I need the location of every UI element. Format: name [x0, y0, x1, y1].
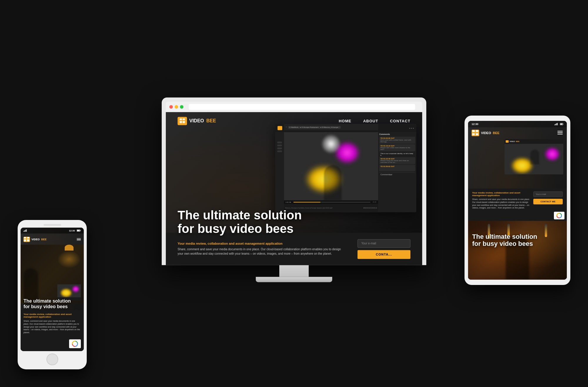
scene: VIDEO BEE HOME ABOUT CONTACT [0, 0, 588, 387]
tablet-frame: 12:30 [465, 116, 570, 285]
svg-rect-12 [472, 132, 479, 133]
tablet-screen: 12:30 [468, 121, 567, 280]
phone-subtitle: Your media review, collaboration and ass… [24, 313, 81, 318]
desktop-navigation: VIDEO BEE HOME ABOUT CONTACT [166, 112, 422, 130]
phone-desc: Share, comment and save your media docum… [24, 320, 81, 334]
phone-monitor-mini-screen [57, 284, 81, 297]
tablet-recaptcha [554, 212, 564, 219]
svg-rect-22 [24, 238, 29, 239]
app-content: ≡ C:\NetWork... ▸ D:\Europe Parliament..… [275, 132, 416, 212]
tablet-section-desc: Share, comment and save your media docum… [472, 198, 530, 209]
phone-desk-scene [21, 245, 84, 303]
tablet-info-text: Your media review, collaboration and ass… [472, 191, 530, 218]
svg-rect-13 [24, 231, 24, 232]
tablet-hero-title: The ultimate solution for busy video bee… [472, 233, 563, 247]
phone-logo-bee: BEE [41, 238, 47, 241]
hamburger-menu-phone[interactable] [77, 238, 81, 241]
tablet-email-field[interactable]: Your e-mail [533, 191, 563, 197]
comment-4: TD 01:55:02 OUT [379, 165, 415, 171]
phone-signal-icons [24, 229, 27, 232]
phone-bee-logo [24, 237, 30, 242]
phone-time: 12:30 [69, 229, 75, 232]
phone-lamp [63, 245, 75, 268]
desktop-cta-section: Your media review, collaboration and ass… [166, 233, 422, 265]
tablet-app-content [505, 144, 563, 174]
phone-screen: 12:30 [21, 228, 84, 351]
desktop-subtitle: Your media review, collaboration and ass… [178, 242, 346, 245]
phone-notch [44, 224, 61, 226]
app-screenshot-desktop: VIDEO BEE ● ● ● ≡ C:\NetWork... ▸ D:\Eur… [275, 124, 416, 212]
mini-powder-magenta [72, 286, 79, 292]
phone-battery [77, 229, 81, 232]
svg-rect-16 [26, 229, 27, 232]
phone-navigation: VIDEO BEE [21, 234, 84, 245]
maximize-button[interactable] [180, 105, 183, 109]
desktop-form: Your e-mail CONTA... [358, 239, 410, 259]
svg-rect-19 [80, 230, 81, 231]
stand-base [256, 277, 332, 282]
mini-powder-yellow [60, 288, 72, 297]
close-button[interactable] [169, 105, 173, 109]
nav-home[interactable]: HOME [339, 119, 351, 123]
svg-rect-5 [556, 123, 557, 125]
tablet-app-header: VIDEO BEE [505, 139, 563, 144]
ham-line-2 [557, 132, 563, 133]
powder-white [322, 135, 340, 153]
desktop-contact-button[interactable]: CONTA... [358, 250, 410, 259]
bee-icon-desktop [178, 117, 187, 125]
tablet-logo-area: VIDEO BEE [472, 130, 500, 136]
app-main-view: ▶ ◼ ◀▶ 25:46 Marcos_A Europe of ambition… [284, 132, 378, 212]
phone-info-section: Your media review, collaboration and ass… [21, 310, 84, 351]
monitor-stand [162, 265, 426, 282]
phone-home-button[interactable] [46, 353, 58, 365]
address-bar[interactable] [189, 104, 415, 110]
hamburger-menu-tablet[interactable] [557, 131, 563, 134]
tablet-app-screenshot: VIDEO BEE [505, 139, 563, 174]
svg-rect-18 [77, 230, 80, 231]
monitor-frame: VIDEO BEE HOME ABOUT CONTACT [162, 97, 426, 265]
tablet-contact-button[interactable]: CONTACT ME [533, 199, 563, 204]
app-sidebar [275, 132, 284, 212]
tablet-logo-video: VIDEO [481, 131, 491, 135]
nav-about[interactable]: ABOUT [363, 119, 378, 123]
svg-rect-9 [563, 124, 563, 124]
svg-rect-3 [554, 124, 555, 125]
ham-line-phone-3 [77, 240, 81, 241]
svg-rect-8 [560, 124, 562, 125]
phone-logo: VIDEO BEE [24, 237, 47, 242]
tablet-website: 12:30 [468, 121, 567, 280]
phone-frame: 12:30 [18, 220, 87, 369]
phone-lamp-glow [57, 251, 81, 268]
comment-1: TD 01:02:26 OUT Don't start with a white… [379, 136, 415, 144]
tablet-bottom-photo [468, 221, 567, 280]
ham-line-1 [557, 131, 563, 131]
tablet-info-section: Your media review, collaboration and ass… [468, 189, 567, 221]
phone-status-bar: 12:30 [21, 228, 84, 233]
desktop-email-input[interactable]: Your e-mail [358, 239, 410, 248]
tablet-hero-text: The ultimate solution for busy video bee… [472, 233, 563, 247]
ham-line-phone-1 [77, 238, 81, 239]
tablet-status-icons [554, 123, 563, 125]
tablet-bee-logo [472, 130, 479, 136]
phone-website: 12:30 [21, 228, 84, 351]
tablet-logo-bee: BEE [493, 131, 500, 135]
tablet-section-subtitle: Your media review, collaboration and ass… [472, 191, 530, 197]
desktop-monitor: VIDEO BEE HOME ABOUT CONTACT [162, 97, 426, 282]
comment-3: TD 01:23:45 OUT Please keep this frame a… [379, 157, 415, 164]
desktop-desc: Share, comment and save your media docum… [178, 247, 346, 256]
svg-rect-6 [557, 123, 558, 125]
tablet-time: 12:30 [472, 123, 478, 126]
desktop-hero-title: The ultimate solution for busy video bee… [178, 208, 302, 236]
phone-lamp-shade [65, 245, 74, 251]
tablet-status-bar: 12:30 [468, 121, 567, 127]
logo-text-video: VIDEO [189, 118, 204, 124]
desktop-cta-text: Your media review, collaboration and ass… [178, 242, 346, 256]
comments-title: Comments [379, 133, 415, 135]
tablet-powder-magenta [544, 147, 560, 161]
phone-recaptcha [69, 339, 81, 348]
browser-bar [166, 101, 422, 112]
minimize-button[interactable] [175, 105, 178, 109]
monitor-screen: VIDEO BEE HOME ABOUT CONTACT [166, 112, 422, 265]
desktop-hero-content: The ultimate solution for busy video bee… [178, 208, 302, 236]
nav-contact[interactable]: CONTACT [390, 119, 410, 123]
